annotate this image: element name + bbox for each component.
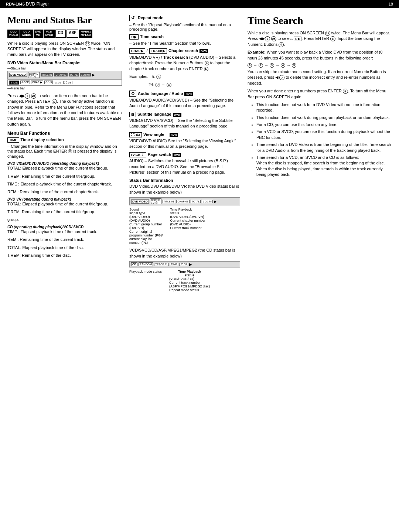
func-time-display: TIME Time display selection – Changes th… — [7, 137, 122, 158]
status-bar-diagram: —Status bar DVD-VIDEO Dolby D3.2(s) TITL… — [7, 66, 122, 90]
func-page-switch: PAGE -/- Page switch DVD AUDIO) – Switch… — [129, 152, 240, 175]
badge-vcd: VCDSVCD — [44, 30, 55, 38]
bullet-4: For a VCD or SVCD, you can use this func… — [256, 129, 392, 140]
badge-asf: ASF — [66, 30, 78, 38]
time-icon: TIME — [7, 137, 19, 143]
annotations-right: Time Playback status (DVD VIDEO/DVD VR) … — [170, 208, 206, 245]
func-time-search: ⊙▶ Time search – See the "Time Search" S… — [129, 34, 240, 45]
time-search-icon: ⊙▶ — [129, 34, 139, 40]
press-text: Press ◀▶7 25 to select an item on the me… — [7, 93, 122, 127]
badge-mpeg: MPEG1MPEG2 — [79, 30, 92, 38]
view-angle-icon: ⛶ 1/3 — [129, 132, 142, 137]
header-title: RDV-1045 DVD Player — [6, 1, 49, 7]
chap-icon: CHAP▶ — [129, 48, 145, 54]
cd-section: CD (operating during playback)/VCD/ SVCD… — [7, 225, 122, 259]
badge-cd: CD — [55, 30, 66, 38]
func-chapter-search: CHAP▶ / TRACK▶ Chapter search DVD VIDEO/… — [129, 48, 240, 88]
page-header: RDV-1045 DVD Player 18 — [0, 0, 399, 8]
dvd-badge-chap: DVD — [200, 49, 208, 53]
dvd-badge-audio: DVD — [184, 92, 193, 96]
sequence-example: 0 → 2 → 3 → 4 → 5 — [248, 63, 392, 68]
time-search-title: Time Search — [248, 15, 392, 27]
track-icon: TRACK▶ — [149, 48, 167, 54]
audio-icon: ⊙ — [129, 91, 136, 97]
dvd-badge-page: DVD — [173, 153, 181, 157]
badge-dvd-video: DVDVIDEO — [7, 30, 20, 38]
badge-dvd-vr: DVDVR — [34, 30, 43, 38]
cd-status-bar-example: CD RANDOM TRACK:11 TIME 25:53 ▶ — [129, 261, 240, 267]
right-column: Time Search While a disc is playing pres… — [248, 15, 392, 292]
bullet-1: This function does not work for a DVD Vi… — [256, 102, 392, 113]
func-audio-language: ⊙ Audio language / Audio DVD VIDEO/DVD A… — [129, 91, 240, 109]
intro-text: While a disc is playing press ON SCREEN … — [7, 41, 122, 58]
repeat-icon: ↺ — [129, 15, 136, 21]
header-page-number: 18 — [389, 2, 393, 6]
dvd-vr-section: DVD VR (operating during playback) TOTAL… — [7, 197, 122, 223]
time-search-bullets: This function does not work for a DVD Vi… — [252, 102, 392, 178]
dvd-status-bar-annotations: Sound signal type (DVD VIDEO) (DVD AUDIO… — [129, 208, 240, 245]
status-bar-info-section: Status Bar Information DVD Video/DVD Aud… — [129, 178, 240, 292]
dvd-badge-subtitle: DVD — [173, 113, 181, 117]
time-search-example-label: Example: When you want to play back a Vi… — [248, 50, 392, 61]
func-subtitle: ⊟ Subtitle language DVD VIDEO/ DVD VR/SV… — [129, 112, 240, 129]
mid-column: ↺ Repeat mode – See the "Repeat Playback… — [129, 15, 240, 292]
annotations-left: Sound signal type (DVD VIDEO) (DVD AUDIO… — [129, 208, 163, 245]
menu-status-bar-title: Menu and Status Bar — [7, 15, 122, 26]
func-view-angle: ⛶ 1/3 View angle – DVD VIDEO/DVD AUDIO) … — [129, 132, 240, 150]
done-text: When you are done entering numbers press… — [248, 88, 392, 100]
bullet-6: Time search for a VCD, an SVCD and a CD … — [256, 155, 392, 178]
bullet-3: For a CD, you can use this function any … — [256, 122, 392, 127]
page-switch-icon: PAGE -/- — [129, 152, 146, 157]
time-search-intro: While a disc is playing press ON SCREEN … — [248, 30, 392, 47]
dvd-video-example-title: DVD Video Status/Menu Bar Example: — [7, 61, 122, 65]
dvd-status-bar-example: DVD-VIDEO Dolby D3.2(s) TITLE:01 CHAP:03… — [129, 197, 240, 205]
bullet-2: This function does not work during progr… — [256, 115, 392, 120]
badge-dvd-audio: DVDAUDIO — [20, 30, 33, 38]
menu-bar-functions-title: Menu Bar Functions — [7, 131, 122, 136]
dvd-badge-angle: DVD — [170, 133, 178, 137]
format-badges: DVDVIDEO DVDAUDIO DVDVR VCDSVCD CD ASF M… — [7, 30, 122, 38]
cd-status-bar-annotations: Playback mode status Time Playback statu… — [129, 270, 240, 292]
func-repeat-mode: ↺ Repeat mode – See the "Repeat Playback… — [129, 15, 240, 31]
left-column: Menu and Status Bar DVDVIDEO DVDAUDIO DV… — [7, 15, 122, 292]
skip-text: You can skip the minute and second setti… — [248, 69, 392, 86]
status-bar-info-title: Status Bar Information — [129, 178, 240, 183]
dvd-video-audio-section: DVD VIDEO/DVD AUDIO (operating during pl… — [7, 161, 122, 195]
bullet-5: Time search for a DVD Video is from the … — [256, 142, 392, 153]
subtitle-icon: ⊟ — [129, 112, 136, 117]
